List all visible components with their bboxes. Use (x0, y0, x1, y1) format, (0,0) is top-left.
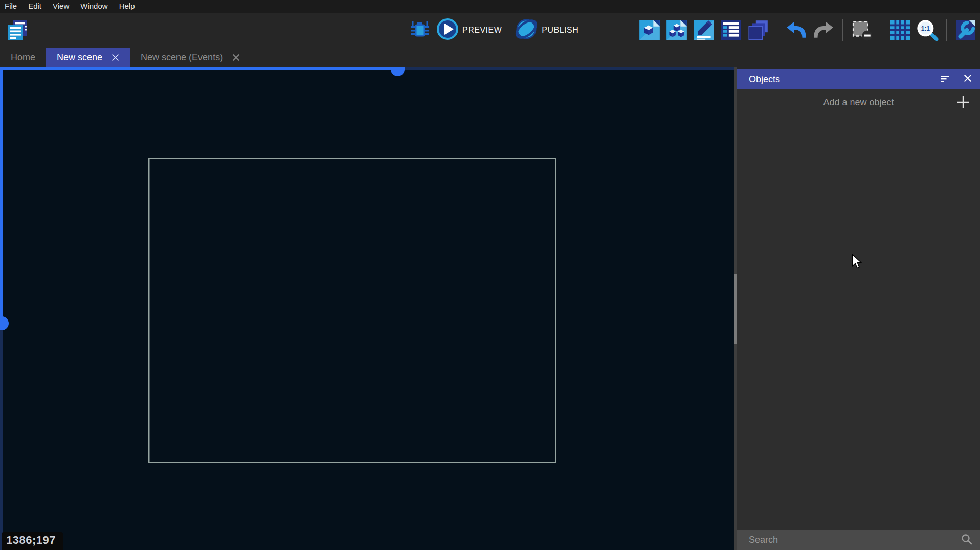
main-toolbar: PREVIEW PUBLISH (0, 13, 980, 48)
scene-editor-canvas[interactable]: 1386;197 (0, 67, 734, 550)
objects-panel-title: Objects (749, 74, 941, 85)
close-icon[interactable] (112, 54, 119, 61)
toolbar-separator (777, 19, 777, 41)
layers-icon[interactable] (746, 18, 770, 42)
tab-label: New scene (Events) (141, 52, 223, 63)
canvas-left-scroll-handle[interactable] (0, 316, 9, 330)
tab-label: New scene (57, 52, 102, 63)
publish-globe-icon (514, 17, 539, 43)
instances-list-icon[interactable] (719, 18, 743, 42)
tab-new-scene-events[interactable]: New scene (Events) (130, 48, 251, 67)
tab-new-scene[interactable]: New scene (46, 48, 130, 67)
preview-button[interactable]: PREVIEW (436, 17, 509, 43)
redo-icon[interactable] (812, 18, 835, 42)
publish-label: PUBLISH (542, 26, 578, 35)
canvas-top-scroll-handle[interactable] (391, 67, 405, 76)
publish-button[interactable]: PUBLISH (514, 17, 586, 43)
add-new-object-button[interactable]: Add a new object (737, 89, 980, 115)
zoom-1-1-icon[interactable]: 1:1 (916, 18, 939, 42)
grid-icon[interactable] (888, 18, 912, 42)
preview-label: PREVIEW (462, 26, 502, 35)
objects-panel: Objects Add a new object (737, 67, 980, 550)
close-icon[interactable] (964, 74, 972, 85)
add-new-object-label: Add a new object (823, 97, 894, 108)
menu-window[interactable]: Window (75, 1, 113, 12)
toolbar-separator (842, 19, 843, 41)
objects-panel-header: Objects (737, 69, 980, 89)
properties-icon[interactable] (692, 18, 716, 42)
menu-bar: File Edit View Window Help (0, 0, 980, 13)
delete-instances-icon[interactable] (850, 18, 874, 42)
toolbar-separator (946, 19, 947, 41)
settings-icon[interactable] (954, 18, 977, 42)
search-icon (961, 533, 973, 547)
menu-help[interactable]: Help (114, 1, 141, 12)
tab-home[interactable]: Home (0, 48, 46, 67)
objects-search-bar (737, 530, 980, 550)
menu-view[interactable]: View (47, 1, 75, 12)
preview-play-icon (436, 17, 459, 43)
objects-editor-icon[interactable] (638, 18, 661, 42)
project-manager-icon[interactable] (6, 18, 29, 42)
canvas-left-scroll-indicator (0, 67, 3, 323)
object-groups-icon[interactable] (665, 18, 688, 42)
add-plus-icon[interactable] (956, 96, 970, 111)
toolbar-separator (881, 19, 881, 41)
cursor-coordinates-readout: 1386;197 (2, 532, 63, 550)
scene-window-frame (148, 158, 556, 463)
menu-file[interactable]: File (0, 1, 23, 12)
canvas-top-scroll-indicator (0, 67, 398, 70)
svg-text:1:1: 1:1 (921, 25, 930, 32)
filter-icon[interactable] (941, 74, 950, 85)
tab-label: Home (11, 52, 35, 63)
menu-edit[interactable]: Edit (23, 1, 47, 12)
undo-icon[interactable] (785, 18, 808, 42)
canvas-left-scroll-track (0, 330, 3, 550)
editor-tab-bar: Home New scene New scene (Events) (0, 48, 980, 67)
objects-search-input[interactable] (749, 535, 961, 545)
debug-icon[interactable] (409, 19, 431, 41)
panel-scrollbar-thumb[interactable] (734, 274, 737, 344)
close-icon[interactable] (232, 54, 240, 61)
canvas-top-scroll-track (405, 67, 734, 70)
